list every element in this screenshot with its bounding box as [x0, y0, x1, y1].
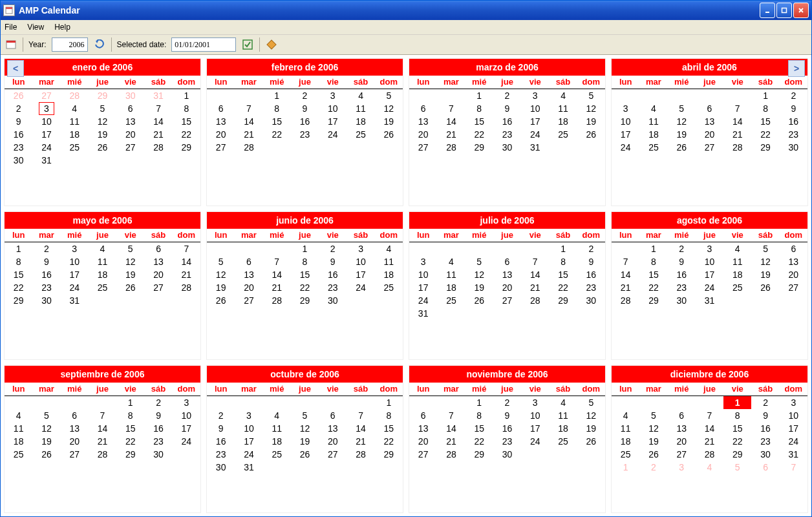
day-cell-other[interactable]: 7 — [780, 461, 807, 474]
day-cell[interactable]: 17 — [780, 422, 807, 435]
day-cell[interactable]: 17 — [32, 128, 60, 141]
day-cell[interactable]: 25 — [612, 448, 639, 461]
day-cell[interactable]: 29 — [549, 294, 577, 307]
day-cell[interactable]: 18 — [437, 281, 465, 294]
day-cell[interactable]: 5 — [291, 409, 319, 422]
day-cell[interactable]: 22 — [465, 435, 493, 448]
day-cell[interactable]: 18 — [549, 115, 577, 128]
day-cell-other[interactable]: 27 — [32, 89, 60, 102]
day-cell[interactable]: 7 — [612, 255, 639, 268]
day-cell[interactable]: 25 — [723, 281, 751, 294]
day-cell[interactable]: 31 — [780, 448, 807, 461]
day-cell[interactable]: 31 — [409, 307, 437, 320]
day-cell[interactable]: 20 — [144, 268, 172, 281]
day-cell[interactable]: 29 — [375, 448, 403, 461]
day-cell[interactable]: 16 — [319, 268, 347, 281]
go-icon[interactable] — [93, 38, 106, 51]
day-cell[interactable]: 13 — [696, 115, 723, 128]
day-cell[interactable]: 28 — [723, 141, 751, 154]
day-cell[interactable]: 16 — [668, 268, 696, 281]
day-cell[interactable]: 8 — [263, 102, 291, 115]
day-cell[interactable]: 29 — [5, 294, 32, 307]
day-cell[interactable]: 14 — [521, 268, 549, 281]
day-cell[interactable]: 14 — [437, 422, 465, 435]
day-cell[interactable]: 9 — [32, 255, 60, 268]
day-cell[interactable]: 4 — [612, 409, 639, 422]
day-cell[interactable]: 3 — [235, 409, 262, 422]
day-cell[interactable]: 30 — [751, 448, 779, 461]
day-cell[interactable]: 6 — [235, 255, 262, 268]
day-cell[interactable]: 8 — [723, 409, 751, 422]
day-cell-other[interactable]: 30 — [116, 89, 144, 102]
day-cell[interactable]: 5 — [116, 242, 144, 255]
day-cell[interactable]: 23 — [751, 435, 779, 448]
day-cell[interactable]: 25 — [347, 128, 374, 141]
day-cell[interactable]: 10 — [61, 255, 89, 268]
day-cell[interactable]: 6 — [116, 102, 144, 115]
day-cell[interactable]: 3 — [696, 242, 723, 255]
day-cell[interactable]: 21 — [347, 435, 374, 448]
day-cell[interactable]: 13 — [144, 255, 172, 268]
day-cell[interactable]: 11 — [375, 255, 403, 268]
day-cell[interactable]: 20 — [696, 128, 723, 141]
day-cell[interactable]: 26 — [89, 141, 116, 154]
day-cell[interactable]: 4 — [89, 242, 116, 255]
day-cell[interactable]: 11 — [263, 422, 291, 435]
day-cell[interactable]: 27 — [207, 141, 235, 154]
day-cell-other[interactable]: 1 — [612, 461, 639, 474]
day-cell[interactable]: 7 — [696, 409, 723, 422]
day-cell[interactable]: 29 — [116, 448, 144, 461]
day-cell[interactable]: 7 — [347, 409, 374, 422]
day-cell[interactable]: 6 — [144, 242, 172, 255]
day-cell[interactable]: 31 — [521, 141, 549, 154]
day-cell-other[interactable]: 5 — [723, 461, 751, 474]
day-cell[interactable]: 11 — [612, 422, 639, 435]
day-cell[interactable]: 3 — [32, 102, 60, 115]
day-cell[interactable]: 3 — [521, 396, 549, 409]
day-cell[interactable]: 16 — [493, 422, 521, 435]
day-cell[interactable]: 5 — [89, 102, 116, 115]
day-cell[interactable]: 5 — [577, 396, 605, 409]
day-cell[interactable]: 24 — [347, 281, 374, 294]
day-cell[interactable]: 21 — [235, 128, 262, 141]
day-cell[interactable]: 28 — [437, 141, 465, 154]
day-cell[interactable]: 10 — [173, 409, 200, 422]
next-year-button[interactable]: > — [788, 60, 805, 77]
day-cell[interactable]: 5 — [207, 255, 235, 268]
day-cell[interactable]: 12 — [639, 422, 667, 435]
day-cell[interactable]: 7 — [521, 255, 549, 268]
day-cell[interactable]: 5 — [751, 242, 779, 255]
day-cell[interactable]: 25 — [375, 281, 403, 294]
day-cell[interactable]: 27 — [61, 448, 89, 461]
day-cell[interactable]: 22 — [173, 128, 200, 141]
day-cell[interactable]: 24 — [319, 128, 347, 141]
day-cell[interactable]: 11 — [639, 115, 667, 128]
day-cell[interactable]: 2 — [668, 242, 696, 255]
day-cell[interactable]: 19 — [32, 435, 60, 448]
day-cell[interactable]: 8 — [751, 102, 779, 115]
day-cell[interactable]: 15 — [173, 115, 200, 128]
day-cell[interactable]: 1 — [751, 89, 779, 102]
day-cell[interactable]: 9 — [207, 422, 235, 435]
day-cell[interactable]: 22 — [465, 128, 493, 141]
day-cell[interactable]: 20 — [116, 128, 144, 141]
day-cell[interactable]: 16 — [144, 422, 172, 435]
day-cell[interactable]: 23 — [493, 128, 521, 141]
day-cell[interactable]: 15 — [375, 422, 403, 435]
day-cell[interactable]: 31 — [235, 461, 262, 474]
day-cell[interactable]: 7 — [173, 242, 200, 255]
day-cell[interactable]: 6 — [207, 102, 235, 115]
day-cell[interactable]: 17 — [61, 268, 89, 281]
day-cell[interactable]: 3 — [521, 89, 549, 102]
day-cell[interactable]: 15 — [723, 422, 751, 435]
day-cell[interactable]: 5 — [32, 409, 60, 422]
day-cell[interactable]: 1 — [549, 242, 577, 255]
day-cell-other[interactable]: 26 — [5, 89, 32, 102]
day-cell[interactable]: 24 — [696, 281, 723, 294]
day-cell[interactable]: 28 — [235, 141, 262, 154]
day-cell[interactable]: 7 — [437, 102, 465, 115]
day-cell[interactable]: 4 — [437, 255, 465, 268]
day-cell[interactable]: 25 — [5, 448, 32, 461]
day-cell[interactable]: 12 — [291, 422, 319, 435]
day-cell[interactable]: 28 — [696, 448, 723, 461]
